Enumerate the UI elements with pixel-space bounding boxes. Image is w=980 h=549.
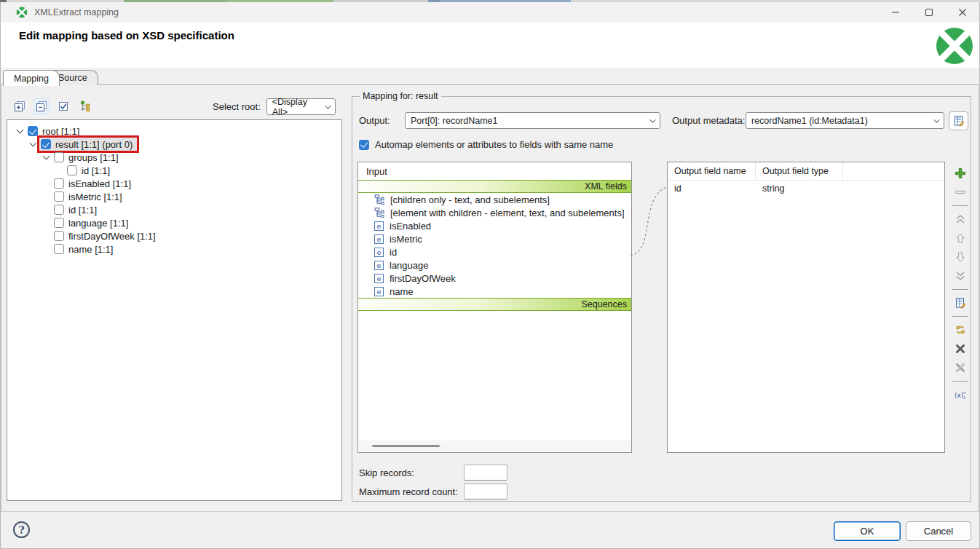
output-label: Output: (359, 115, 390, 126)
expand-chevron-icon[interactable] (42, 153, 50, 160)
output-field-cell: id (668, 181, 756, 197)
move-down-icon (953, 250, 968, 264)
help-button[interactable]: ? (13, 521, 30, 538)
tree-node-checkbox[interactable] (54, 218, 64, 228)
tree-node[interactable]: firstDayOfWeek [1:1] (7, 229, 341, 242)
output-field-row[interactable]: idstring (668, 181, 944, 197)
xml-field-item[interactable]: eisEnabled (358, 219, 631, 232)
toolbar-separator (952, 316, 968, 317)
tree-node[interactable]: result [1:1] (port 0) (7, 138, 341, 151)
chevron-down-icon (649, 116, 655, 122)
tree-node-checkbox[interactable] (54, 178, 64, 189)
move-last-icon (953, 269, 968, 283)
maximize-button[interactable] (912, 2, 946, 23)
xsd-element-tree[interactable]: root [1:1]result [1:1] (port 0)groups [1… (7, 119, 342, 501)
horizontal-scrollbar[interactable] (359, 441, 631, 451)
tree-node-label: isMetric [1:1] (68, 191, 124, 202)
toolbar-separator (952, 381, 968, 382)
tree-node-checkbox[interactable] (67, 165, 77, 175)
tree-toolbar (12, 98, 93, 114)
xml-field-item[interactable]: eisMetric (358, 232, 631, 245)
tree-node-label: name [1:1] (68, 244, 114, 255)
svg-text:∞: ∞ (963, 390, 966, 395)
remove-mapping-icon[interactable] (953, 341, 968, 356)
select-root-dropdown[interactable]: <Display All> (266, 98, 336, 115)
app-clover-icon (16, 7, 28, 18)
expand-all-icon[interactable] (12, 98, 28, 114)
tree-node-checkbox[interactable] (54, 205, 64, 215)
skip-records-input[interactable] (464, 465, 507, 481)
xml-field-item[interactable]: ename (358, 285, 631, 298)
max-record-count-label: Maximum record count: (359, 486, 458, 497)
tree-node[interactable]: isMetric [1:1] (7, 190, 341, 203)
minimize-button[interactable] (879, 2, 912, 23)
xml-field-label: language (390, 260, 429, 271)
automap-checkbox[interactable] (359, 140, 369, 150)
subtree-icon (374, 194, 384, 205)
xml-field-item[interactable]: efirstDayOfWeek (358, 272, 631, 285)
expression-icon[interactable]: (x)∞1 (953, 387, 968, 402)
xml-field-label: id (390, 247, 397, 258)
check-elements-icon[interactable] (55, 98, 71, 114)
collapse-all-icon[interactable] (33, 98, 50, 114)
column-header-field-type[interactable]: Output field type (756, 162, 843, 180)
expand-chevron-icon[interactable] (29, 140, 36, 147)
ok-button[interactable]: OK (834, 521, 901, 541)
scrollbar-thumb[interactable] (372, 445, 440, 447)
toolbar-separator (952, 205, 968, 206)
select-root-label: Select root: (213, 101, 261, 112)
xml-field-item[interactable]: [children only - text, and subelements] (358, 193, 631, 206)
output-field-cell: string (756, 181, 843, 197)
xml-field-label: name (390, 286, 414, 297)
mapping-tab-content: Select root: <Display All> root [1:1]res… (1, 86, 979, 511)
tree-node[interactable]: id [1:1] (7, 203, 341, 216)
column-header-field-name[interactable]: Output field name (668, 162, 756, 180)
element-icon: e (374, 287, 384, 296)
xml-field-label: [children only - text, and subelements] (390, 194, 550, 205)
tree-node-label: firstDayOfWeek [1:1] (68, 231, 157, 242)
output-metadata-dropdown[interactable]: recordName1 (id:Metadata1) (746, 112, 944, 129)
output-fields-table[interactable]: Output field name Output field type idst… (667, 162, 945, 453)
element-icon: e (374, 261, 384, 270)
tree-node[interactable]: root [1:1] (7, 125, 341, 138)
tree-node[interactable]: isEnabled [1:1] (7, 177, 341, 190)
automap-icon[interactable] (953, 323, 968, 337)
xmlextract-mapping-dialog: XMLExtract mapping Edit mapping based on… (0, 0, 980, 549)
add-field-icon[interactable] (953, 166, 968, 181)
close-button[interactable] (946, 2, 979, 23)
output-metadata-label: Output metadata: (672, 115, 745, 126)
tree-node-checkbox[interactable] (54, 244, 64, 254)
tree-node-checkbox[interactable] (28, 126, 38, 136)
output-port-dropdown[interactable]: Port[0]: recordName1 (405, 112, 660, 129)
tree-order-icon[interactable] (77, 98, 93, 114)
xml-field-label: isMetric (390, 234, 422, 245)
remove-all-mappings-icon (953, 360, 968, 375)
dialog-footer: ? OK Cancel (1, 511, 979, 548)
subtree-icon (374, 208, 384, 218)
skip-records-label: Skip records: (359, 467, 414, 478)
tree-node-label: id [1:1] (82, 165, 111, 176)
move-first-icon (953, 212, 968, 226)
tree-node[interactable]: name [1:1] (7, 242, 341, 256)
clover-logo (936, 27, 973, 65)
tree-node-checkbox[interactable] (54, 152, 64, 162)
tree-node-checkbox[interactable] (54, 231, 64, 241)
edit-metadata-button[interactable] (949, 111, 968, 130)
cancel-button[interactable]: Cancel (906, 521, 971, 541)
xml-field-item[interactable]: eid (358, 245, 631, 258)
tree-node[interactable]: groups [1:1] (7, 151, 341, 164)
xml-field-item[interactable]: [element with children - element, text, … (358, 206, 631, 219)
tab-mapping[interactable]: Mapping (3, 70, 60, 86)
xml-field-list: [children only - text, and subelements][… (358, 193, 631, 298)
expand-chevron-icon[interactable] (16, 127, 23, 134)
edit-metadata-icon[interactable] (953, 296, 968, 310)
tree-node-checkbox[interactable] (41, 139, 51, 149)
tab-bar: Mapping Source (1, 68, 979, 85)
tree-node-checkbox[interactable] (54, 191, 64, 202)
xml-field-item[interactable]: elanguage (358, 258, 631, 272)
element-icon: e (374, 234, 384, 244)
toolbar-separator (952, 289, 968, 290)
tree-node[interactable]: id [1:1] (7, 164, 341, 177)
tree-node[interactable]: language [1:1] (7, 216, 341, 229)
max-record-count-input[interactable] (464, 483, 507, 499)
